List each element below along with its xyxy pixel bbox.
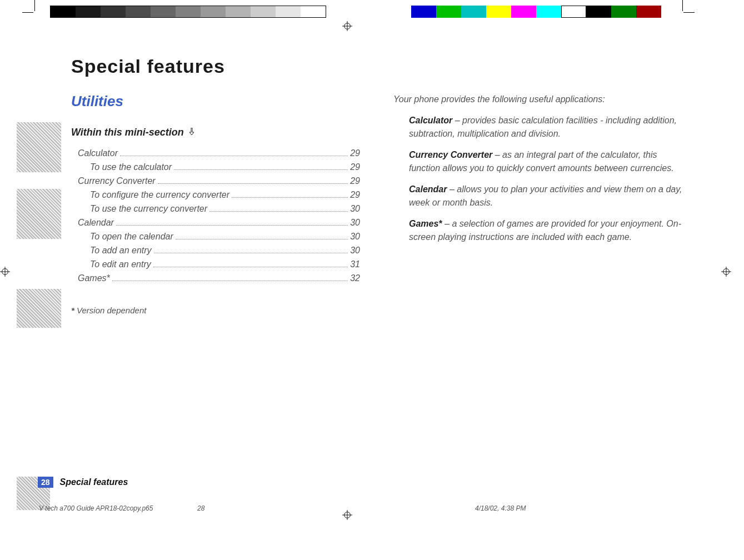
toc-label: To edit an entry — [90, 259, 151, 269]
intro-item-lead: Calendar — [409, 184, 447, 194]
toc-label: To configure the currency converter — [90, 190, 229, 200]
toc-row: To open the calendar30 — [71, 232, 360, 242]
toc-page: 30 — [350, 232, 360, 242]
registration-mark-icon — [342, 21, 352, 31]
toc-dots — [158, 183, 348, 184]
toc-label: Games* — [78, 273, 110, 283]
toc-page: 29 — [350, 190, 360, 200]
toc-row: Calendar30 — [71, 218, 360, 228]
footer-title: Special features — [60, 477, 128, 487]
toc-page: 30 — [350, 204, 360, 214]
toc-dots — [120, 156, 348, 156]
toc-row: Calculator29 — [71, 148, 360, 158]
toc-page: 29 — [350, 176, 360, 186]
crop-mark — [34, 0, 35, 11]
toc-row: To use the currency converter30 — [71, 204, 360, 214]
intro-item-lead: Currency Converter — [409, 150, 492, 159]
toc-row: To use the calculator29 — [71, 162, 360, 172]
toc-dots — [174, 169, 348, 170]
crop-mark — [682, 0, 683, 11]
grayscale-swatch-bar — [50, 6, 326, 18]
toc-label: To add an entry — [90, 246, 152, 256]
toc-page: 29 — [350, 162, 360, 172]
crop-mark — [22, 12, 33, 13]
intro-column: Your phone provides the following useful… — [393, 93, 682, 315]
toc-label: Currency Converter — [78, 176, 156, 186]
toc-row: To configure the currency converter29 — [71, 190, 360, 200]
crop-mark — [683, 12, 695, 13]
toc-dots — [116, 225, 348, 226]
toc-page: 32 — [350, 273, 360, 283]
footnote: * Version dependent — [71, 306, 360, 315]
toc-label: Calculator — [78, 148, 118, 158]
toc-row: Games*32 — [71, 273, 360, 283]
side-texture — [17, 189, 61, 239]
intro-item-text: – allows you to plan your activities and… — [409, 184, 682, 207]
toc-dots — [112, 281, 348, 281]
color-swatch-bar — [411, 6, 661, 18]
toc-page: 30 — [350, 218, 360, 228]
page-number-badge: 28 — [38, 477, 53, 488]
page-title: Special features — [71, 56, 682, 77]
footnote-marker: * — [71, 306, 74, 315]
toc-row: To add an entry30 — [71, 246, 360, 256]
side-texture — [17, 289, 61, 328]
intro-item: Games* – a selection of games are provid… — [393, 217, 682, 244]
intro-item-lead: Calculator — [409, 116, 452, 125]
arrow-down-icon — [188, 127, 195, 138]
table-of-contents: Calculator29To use the calculator29Curre… — [71, 148, 360, 283]
page-footer: 28 Special features — [38, 477, 128, 488]
toc-dots — [232, 197, 348, 198]
side-texture — [17, 122, 61, 172]
toc-page: 29 — [350, 148, 360, 158]
intro-item-lead: Games* — [409, 219, 442, 228]
intro-item: Calculator – provides basic calculation … — [393, 114, 682, 141]
intro-item-text: – a selection of games are provided for … — [409, 219, 681, 242]
toc-label: Calendar — [78, 218, 114, 228]
toc-dots — [154, 253, 348, 253]
mini-section-label: Within this mini-section — [71, 127, 184, 138]
footnote-text: Version dependent — [77, 306, 146, 315]
meta-timestamp: 4/18/02, 4:38 PM — [475, 504, 526, 512]
toc-dots — [209, 211, 348, 212]
meta-line: V tech a700 Guide APR18-02copy.p65 28 4/… — [39, 504, 705, 512]
toc-dots — [176, 239, 348, 239]
toc-label: To open the calendar — [90, 232, 173, 242]
section-heading: Utilities — [71, 93, 360, 110]
registration-mark-icon — [0, 267, 10, 277]
toc-row: Currency Converter29 — [71, 176, 360, 186]
intro-item: Currency Converter – as an integral part… — [393, 148, 682, 175]
toc-label: To use the calculator — [90, 162, 172, 172]
toc-dots — [153, 267, 348, 267]
meta-file: V tech a700 Guide APR18-02copy.p65 — [39, 504, 153, 512]
intro-lead: Your phone provides the following useful… — [393, 93, 682, 106]
registration-mark-icon — [721, 267, 731, 277]
toc-page: 31 — [350, 259, 360, 269]
mini-section-heading: Within this mini-section — [71, 127, 360, 138]
toc-label: To use the currency converter — [90, 204, 207, 214]
toc-page: 30 — [350, 246, 360, 256]
intro-item: Calendar – allows you to plan your activ… — [393, 183, 682, 209]
toc-row: To edit an entry31 — [71, 259, 360, 269]
meta-page: 28 — [197, 504, 204, 512]
